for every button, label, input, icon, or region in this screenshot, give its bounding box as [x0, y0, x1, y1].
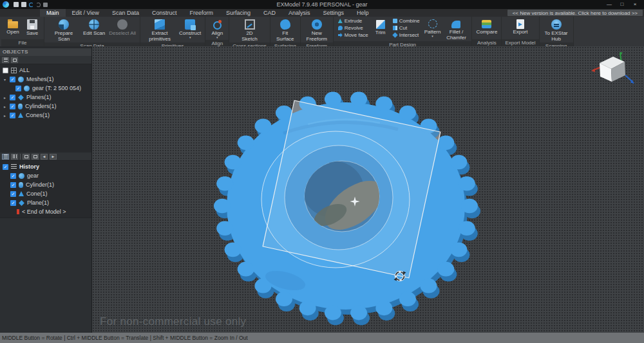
ribbon-group-label: File: [1, 39, 44, 46]
redo-icon[interactable]: [36, 3, 41, 7]
toolbar-separator: [20, 154, 21, 160]
customize-toolbar-icon[interactable]: [43, 3, 48, 7]
history-list-view-button[interactable]: [2, 154, 9, 160]
app-window: EXModel 7.9.48 PERSONAL - gear — □ × Mai…: [0, 0, 644, 343]
objects-item-cylinders[interactable]: ▸ ✓ Cylinders(1): [0, 102, 91, 111]
orientation-triad[interactable]: [591, 51, 638, 90]
expander-icon[interactable]: ▾: [3, 77, 7, 82]
new-freeform-button[interactable]: New Freeform: [303, 18, 330, 42]
compare-button[interactable]: Compare: [475, 18, 498, 35]
objects-item-all[interactable]: ALL: [0, 66, 91, 75]
pattern-button[interactable]: Pattern ▾: [423, 18, 442, 39]
menu-edit-view[interactable]: Edit / View: [66, 9, 106, 17]
menu-freeform[interactable]: Freeform: [183, 9, 220, 17]
triad-svg: [591, 51, 638, 90]
history-item-root[interactable]: ✓ History: [0, 162, 91, 171]
edit-scan-button[interactable]: Edit Scan: [82, 18, 106, 37]
construct-icon: [185, 19, 195, 30]
checkbox-checked[interactable]: ✓: [3, 164, 8, 170]
checkbox-checked[interactable]: ✓: [10, 104, 15, 109]
history-skip-end-button[interactable]: ▶: [50, 154, 57, 160]
menubar: Main Edit / View Scan Data Construct Fre…: [0, 9, 644, 17]
objects-item-planes[interactable]: ▸ ✓ Planes(1): [0, 93, 91, 102]
extract-primitives-button[interactable]: Extract primitives: [143, 18, 176, 42]
export-button[interactable]: Export: [511, 18, 529, 35]
move-face-button[interactable]: Move face: [338, 32, 368, 38]
history-expand-button[interactable]: [23, 154, 30, 160]
construct-button[interactable]: Construct ▾: [178, 18, 202, 40]
fillet-chamfer-button[interactable]: Fillet / Chamfer: [443, 18, 469, 41]
app-logo-icon: [3, 1, 9, 8]
chevron-down-icon: ▾: [216, 36, 218, 39]
menu-scan-data[interactable]: Scan Data: [106, 9, 146, 17]
ribbon-group-cross-sections: 2D Sketch Cross sections: [229, 17, 270, 46]
objects-filter-button[interactable]: [11, 57, 18, 63]
open-button[interactable]: Open: [4, 18, 22, 35]
checkbox-unchecked[interactable]: [3, 68, 8, 73]
update-banner[interactable]: << New version is available. Click here …: [507, 10, 643, 16]
menu-main[interactable]: Main: [40, 9, 66, 17]
mesh-icon: [24, 86, 30, 91]
new-quick-icon[interactable]: [14, 2, 19, 7]
window-title: EXModel 7.9.48 PERSONAL - gear: [0, 1, 644, 8]
trim-button[interactable]: Trim: [372, 18, 390, 36]
checkbox-checked[interactable]: ✓: [10, 113, 15, 118]
trim-icon: [376, 20, 385, 29]
undo-icon[interactable]: [29, 3, 33, 7]
menu-construct[interactable]: Construct: [146, 9, 184, 17]
history-item-gear[interactable]: ✓ gear: [0, 171, 91, 180]
checkbox-checked[interactable]: ✓: [10, 77, 15, 82]
2d-sketch-button[interactable]: 2D Sketch: [238, 18, 261, 42]
history-item-end-of-model[interactable]: < End of Model >: [0, 207, 91, 216]
revolve-button[interactable]: Revolve: [338, 25, 368, 31]
history-item-plane[interactable]: ✓ Plane(1): [0, 198, 91, 207]
extrude-button[interactable]: Extrude: [338, 18, 368, 24]
prepare-scan-button[interactable]: Prepare Scan: [47, 18, 80, 42]
cylinder-icon: [19, 182, 23, 188]
menu-analysis[interactable]: Analysis: [282, 9, 317, 17]
fit-surface-button[interactable]: Fit Surface: [273, 18, 298, 42]
revolve-icon: [338, 26, 343, 30]
open-quick-icon[interactable]: [21, 2, 26, 7]
maximize-button[interactable]: □: [616, 0, 629, 9]
scene-svg: [92, 46, 644, 333]
checkbox-checked[interactable]: ✓: [10, 173, 16, 179]
expander-icon[interactable]: ▸: [3, 104, 7, 109]
menu-help[interactable]: Help: [350, 9, 375, 17]
ribbon-group-surfacing: Fit Surface Surfacing: [270, 17, 301, 46]
objects-item-meshes[interactable]: ▾ ✓ Meshes(1): [0, 75, 91, 84]
expander-icon[interactable]: ▸: [3, 95, 7, 100]
objects-list-view-button[interactable]: [2, 57, 9, 63]
expander-icon[interactable]: ▸: [3, 113, 7, 118]
intersect-button[interactable]: Intersect: [393, 32, 420, 38]
checkbox-checked[interactable]: ✓: [10, 200, 16, 206]
objects-item-gear[interactable]: ✓ gear (T: 2 500 054): [0, 84, 91, 93]
to-exstar-hub-button[interactable]: To EXStar Hub: [542, 18, 571, 42]
save-icon: [27, 19, 37, 30]
menu-settings[interactable]: Settings: [317, 9, 351, 17]
viewport-3d[interactable]: For non-commercial use only: [92, 46, 644, 333]
filter-icon: [13, 59, 17, 62]
align-button[interactable]: Align ▾: [208, 18, 226, 40]
cylinder-icon: [18, 104, 23, 109]
checkbox-checked[interactable]: ✓: [15, 86, 21, 91]
history-collapse-button[interactable]: [32, 154, 39, 160]
history-item-cylinder[interactable]: ✓ Cylinder(1): [0, 180, 91, 189]
checkbox-checked[interactable]: ✓: [10, 95, 15, 100]
menu-surfacing[interactable]: Surfacing: [220, 9, 257, 17]
deselect-all-button[interactable]: Deselect All: [108, 18, 137, 37]
titlebar: EXModel 7.9.48 PERSONAL - gear — □ ×: [0, 0, 644, 9]
checkbox-checked[interactable]: ✓: [10, 182, 16, 188]
close-button[interactable]: ×: [629, 0, 641, 9]
objects-item-cones[interactable]: ▸ ✓ Cones(1): [0, 111, 91, 120]
save-button[interactable]: Save: [23, 18, 41, 37]
checkbox-checked[interactable]: ✓: [10, 191, 16, 197]
menu-cad[interactable]: CAD: [257, 9, 282, 17]
history-item-cone[interactable]: ✓ Cone(1): [0, 189, 91, 198]
cut-button[interactable]: Cut: [393, 25, 420, 31]
minimize-button[interactable]: —: [603, 0, 616, 9]
history-tree-view-button[interactable]: [11, 154, 18, 160]
combine-button[interactable]: Combine: [393, 18, 420, 24]
history-skip-start-button[interactable]: ◀: [41, 154, 48, 160]
deselect-all-icon: [117, 19, 128, 30]
